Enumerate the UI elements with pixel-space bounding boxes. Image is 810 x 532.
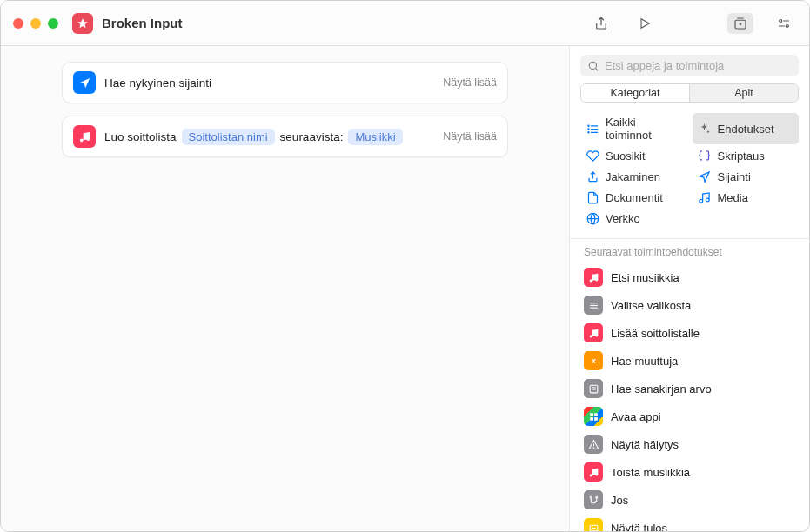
svg-point-10 <box>587 125 588 126</box>
suggestions-list: Etsi musiikkiaValitse valikostaLisää soi… <box>570 263 809 531</box>
token-playlist-name[interactable]: Soittolistan nimi <box>182 129 275 145</box>
menu-icon <box>584 296 603 315</box>
doc-icon <box>586 190 599 204</box>
music-icon <box>584 323 603 342</box>
action-connector: seuraavista: <box>280 130 344 143</box>
script-icon <box>698 149 712 163</box>
suggestion-lisää-soittolistalle[interactable]: Lisää soittolistalle <box>579 319 800 347</box>
suggestion-label: Avaa appi <box>611 410 661 423</box>
suggestion-label: Näytä hälytys <box>611 438 679 451</box>
category-label: Ehdotukset <box>718 123 774 136</box>
suggestion-label: Etsi musiikkia <box>611 271 679 284</box>
category-label: Jakaminen <box>606 170 660 183</box>
suggestion-hae-muuttuja[interactable]: xHae muuttuja <box>579 347 800 375</box>
tab-apps[interactable]: Apit <box>690 84 798 102</box>
category-label: Media <box>718 191 748 204</box>
category-label: Suosikit <box>606 150 646 163</box>
alert-icon <box>584 435 603 454</box>
category-verkko[interactable]: Verkko <box>580 209 687 228</box>
app-window: Broken Input Hae ny <box>0 0 810 532</box>
titlebar: Broken Input <box>1 1 809 46</box>
category-label: Sijainti <box>718 170 751 183</box>
settings-icon[interactable] <box>771 13 797 34</box>
category-label: Kaikki toiminnot <box>606 116 682 142</box>
category-media[interactable]: Media <box>693 188 800 207</box>
show-more-button[interactable]: Näytä lisää <box>443 130 497 143</box>
action-create-playlist[interactable]: Luo soittolista Soittolistan nimi seuraa… <box>62 116 508 157</box>
actions-sidebar: Kategoriat Apit Kaikki toiminnotEhdotuks… <box>570 46 809 531</box>
sparkle-icon <box>698 122 712 136</box>
suggestion-label: Valitse valikosta <box>611 299 691 312</box>
music-icon <box>584 462 603 482</box>
tab-categories[interactable]: Kategoriat <box>581 84 690 102</box>
svg-point-12 <box>587 131 588 132</box>
category-dokumentit[interactable]: Dokumentit <box>580 188 687 207</box>
editor-canvas[interactable]: Hae nykyinen sijainti Näytä lisää Luo so… <box>1 46 570 531</box>
maximize-window[interactable] <box>48 18 58 29</box>
suggestion-näytä-tulos[interactable]: Näytä tulos <box>579 514 800 531</box>
action-title: Luo soittolista <box>104 130 177 143</box>
category-suosikit[interactable]: Suosikit <box>580 146 687 165</box>
segmented-control: Kategoriat Apit <box>580 83 799 103</box>
action-label: Hae nykyinen sijainti <box>104 76 211 90</box>
window-title: Broken Input <box>102 16 183 30</box>
suggestion-jos[interactable]: Jos <box>579 486 800 514</box>
music-icon <box>584 268 603 287</box>
apps-icon <box>584 407 603 426</box>
svg-point-11 <box>587 129 588 130</box>
close-window[interactable] <box>13 18 23 29</box>
heart-icon <box>586 149 599 163</box>
suggestion-label: Näytä tulos <box>611 522 667 531</box>
suggestion-näytä-hälytys[interactable]: Näytä hälytys <box>579 430 800 458</box>
suggestion-avaa-appi[interactable]: Avaa appi <box>579 402 800 430</box>
show-more-button[interactable]: Näytä lisää <box>443 76 497 89</box>
list-icon <box>586 122 599 136</box>
category-jakaminen[interactable]: Jakaminen <box>580 167 687 186</box>
suggestion-label: Hae muuttuja <box>611 355 678 368</box>
svg-rect-24 <box>590 417 593 421</box>
dict-icon <box>584 379 603 398</box>
svg-point-4 <box>786 24 788 27</box>
suggestion-etsi-musiikkia[interactable]: Etsi musiikkia <box>579 263 800 291</box>
body: Hae nykyinen sijainti Näytä lisää Luo so… <box>1 46 809 531</box>
category-label: Dokumentit <box>606 191 663 204</box>
category-label: Verkko <box>606 212 640 225</box>
run-icon[interactable] <box>632 13 658 34</box>
action-get-current-location[interactable]: Hae nykyinen sijainti Näytä lisää <box>62 62 508 103</box>
suggestion-hae-sanakirjan-arvo[interactable]: Hae sanakirjan arvo <box>579 375 800 402</box>
share-icon[interactable] <box>588 13 614 34</box>
suggestion-toista-musiikkia[interactable]: Toista musiikkia <box>579 458 800 486</box>
search-input[interactable] <box>580 55 799 76</box>
share-icon <box>586 170 599 183</box>
action-label: Luo soittolista Soittolistan nimi seuraa… <box>104 129 403 145</box>
minimize-window[interactable] <box>30 18 41 29</box>
suggestion-label: Toista musiikkia <box>611 466 690 479</box>
svg-text:x: x <box>591 356 597 365</box>
svg-rect-22 <box>590 413 593 416</box>
svg-point-27 <box>593 447 594 448</box>
token-music[interactable]: Musiikki <box>348 129 402 145</box>
branch-icon <box>584 490 603 509</box>
svg-rect-25 <box>594 417 598 421</box>
svg-point-1 <box>780 19 782 22</box>
suggestion-label: Jos <box>611 494 628 507</box>
web-icon <box>586 211 599 225</box>
category-skriptaus[interactable]: Skriptaus <box>693 146 800 165</box>
result-icon <box>584 518 603 531</box>
suggestion-valitse-valikosta[interactable]: Valitse valikosta <box>579 291 800 319</box>
traffic-lights <box>13 18 58 29</box>
category-sijainti[interactable]: Sijainti <box>693 167 800 186</box>
categories-grid: Kaikki toiminnotEhdotuksetSuosikitSkript… <box>570 111 809 236</box>
titlebar-actions <box>588 13 797 34</box>
media-icon <box>698 190 712 204</box>
var-icon: x <box>584 351 603 370</box>
category-kaikki-toiminnot[interactable]: Kaikki toiminnot <box>580 113 687 144</box>
library-toggle-icon[interactable] <box>727 13 753 34</box>
suggestions-header: Seuraavat toimintoehdotukset <box>570 246 809 263</box>
category-ehdotukset[interactable]: Ehdotukset <box>693 113 800 144</box>
location-icon <box>73 71 96 94</box>
divider <box>570 238 809 239</box>
suggestion-label: Lisää soittolistalle <box>611 327 700 340</box>
shortcut-icon <box>72 13 93 34</box>
music-icon <box>73 125 96 148</box>
